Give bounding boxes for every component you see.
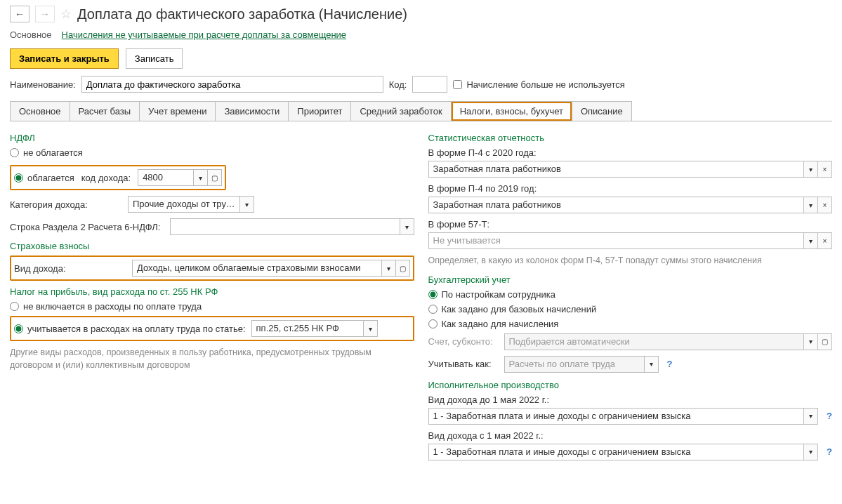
favorite-icon[interactable]: ☆ — [60, 6, 72, 22]
ndfl-taxed-group: облагается код дохода: 4800 ▾ ▢ — [10, 165, 226, 190]
income-cat-select[interactable]: Прочие доходы от трудо ▾ — [128, 196, 254, 213]
dropdown-icon[interactable]: ▾ — [400, 219, 414, 234]
insurance-kind-select[interactable]: Доходы, целиком облагаемые страховыми вз… — [132, 260, 410, 277]
save-close-button[interactable]: Записать и закрыть — [10, 48, 119, 69]
ndfl-taxed-radio[interactable] — [14, 173, 23, 183]
bu-by-emp-radio[interactable] — [428, 290, 438, 299]
stat-note: Определяет, в какую из колонок форм П-4,… — [428, 255, 833, 267]
profit-included-radio[interactable] — [14, 324, 23, 333]
tab-desc[interactable]: Описание — [572, 101, 632, 121]
dropdown-icon[interactable]: ▾ — [363, 321, 377, 336]
row6-value — [171, 219, 400, 234]
tab-avg[interactable]: Средний заработок — [350, 101, 451, 121]
profit-not-included-radio[interactable] — [10, 302, 19, 311]
tabs: Основное Расчет базы Учет времени Зависи… — [10, 101, 832, 121]
p4-2019-label: В форме П-4 по 2019 год: — [428, 183, 833, 194]
help-icon[interactable]: ? — [667, 359, 673, 369]
profit-title: Налог на прибыль, вид расхода по ст. 255… — [10, 286, 414, 297]
help-icon[interactable]: ? — [827, 446, 832, 457]
bu-by-base-label: Как задано для базовых начислений — [442, 304, 597, 314]
forward-button[interactable]: → — [35, 6, 55, 22]
row6-select[interactable]: ▾ — [170, 218, 414, 235]
tab-time[interactable]: Учет времени — [139, 101, 216, 121]
toolbar-main[interactable]: Основное — [10, 29, 52, 40]
other-expense-note: Другие виды расходов, произведенных в по… — [10, 347, 414, 371]
ndfl-title: НДФЛ — [10, 133, 414, 143]
profit-included-label: учитывается в расходах на оплату труда п… — [27, 324, 246, 334]
bu-by-base-radio[interactable] — [428, 305, 438, 314]
ndfl-taxed-label: облагается — [27, 173, 74, 183]
clear-icon[interactable]: × — [817, 161, 831, 177]
profit-article-value: пп.25, ст.255 НК РФ — [252, 321, 363, 336]
bu-by-emp-label: По настройкам сотрудника — [442, 289, 555, 300]
tab-taxes[interactable]: Налоги, взносы, бухучет — [451, 101, 572, 121]
income-cat-value: Прочие доходы от трудо — [129, 197, 239, 212]
back-button[interactable]: ← — [10, 6, 29, 22]
insurance-kind-value: Доходы, целиком облагаемые страховыми вз… — [133, 260, 381, 276]
not-used-checkbox[interactable] — [453, 80, 462, 89]
inc-before-value: 1 - Заработная плата и иные доходы с огр… — [429, 409, 804, 424]
dropdown-icon[interactable]: ▾ — [193, 170, 207, 185]
p4-2020-value: Заработная плата работников — [429, 161, 804, 177]
insurance-title: Страховые взносы — [10, 241, 414, 251]
tab-priority[interactable]: Приоритет — [288, 101, 351, 121]
toolbar-link[interactable]: Начисления не учитываемые при расчете до… — [62, 29, 347, 40]
stat-title: Статистическая отчетность — [428, 133, 833, 143]
dropdown-icon[interactable]: ▾ — [381, 260, 395, 276]
p4-2020-label: В форме П-4 с 2020 года: — [428, 147, 833, 158]
f57t-select[interactable]: Не учитывается ▾ × — [428, 232, 833, 249]
clear-icon[interactable]: × — [817, 233, 831, 248]
inc-before-select[interactable]: 1 - Заработная плата и иные доходы с огр… — [428, 408, 819, 425]
profit-article-select[interactable]: пп.25, ст.255 НК РФ ▾ — [251, 320, 378, 337]
dropdown-icon[interactable]: ▾ — [803, 409, 817, 424]
p4-2019-select[interactable]: Заработная плата работников ▾ × — [428, 197, 833, 213]
open-icon[interactable]: ▢ — [395, 260, 409, 276]
name-input[interactable] — [81, 76, 383, 93]
income-cat-label: Категория дохода: — [10, 199, 122, 210]
p4-2020-select[interactable]: Заработная плата работников ▾ × — [428, 161, 833, 178]
profit-included-group: учитывается в расходах на оплату труда п… — [10, 316, 414, 341]
acct-select: Подбирается автоматически ▾ ▢ — [504, 333, 833, 350]
dropdown-icon[interactable]: ▾ — [803, 444, 817, 460]
open-icon[interactable]: ▢ — [207, 170, 221, 185]
name-label: Наименование: — [10, 79, 76, 90]
bu-by-accrual-label: Как задано для начисления — [442, 319, 559, 329]
insurance-kind-group: Вид дохода: Доходы, целиком облагаемые с… — [10, 256, 414, 281]
save-button[interactable]: Записать — [126, 48, 183, 69]
acct-label: Счет, субконто: — [428, 336, 499, 347]
bu-title: Бухгалтерский учет — [428, 274, 833, 285]
tab-main[interactable]: Основное — [10, 101, 70, 121]
inc-after-select[interactable]: 1 - Заработная плата и иные доходы с огр… — [428, 444, 819, 460]
profit-not-included-label: не включается в расходы по оплате труда — [23, 301, 202, 312]
tab-deps[interactable]: Зависимости — [215, 101, 289, 121]
p4-2019-value: Заработная плата работников — [429, 197, 804, 213]
tab-base[interactable]: Расчет базы — [70, 101, 140, 121]
row6-label: Строка Раздела 2 Расчета 6-НДФЛ: — [10, 222, 164, 232]
treat-label: Учитывать как: — [428, 359, 499, 369]
ndfl-not-taxed-radio[interactable] — [10, 148, 19, 157]
dropdown-icon[interactable]: ▾ — [803, 161, 817, 177]
help-icon[interactable]: ? — [827, 411, 832, 421]
clear-icon[interactable]: × — [817, 197, 831, 213]
dropdown-icon: ▾ — [803, 334, 817, 350]
open-icon: ▢ — [817, 334, 831, 350]
acct-value: Подбирается автоматически — [505, 334, 804, 350]
f57t-value: Не учитывается — [429, 233, 804, 248]
inc-before-label: Вид дохода до 1 мая 2022 г.: — [428, 394, 833, 405]
dropdown-icon[interactable]: ▾ — [239, 197, 254, 212]
insurance-kind-label: Вид дохода: — [14, 263, 126, 274]
income-code-select[interactable]: 4800 ▾ ▢ — [138, 169, 222, 186]
dropdown-icon[interactable]: ▾ — [803, 197, 817, 213]
dropdown-icon: ▾ — [644, 357, 658, 372]
bu-by-accrual-radio[interactable] — [428, 319, 438, 329]
code-input[interactable] — [412, 76, 447, 93]
inc-after-label: Вид дохода с 1 мая 2022 г.: — [428, 430, 833, 441]
inc-after-value: 1 - Заработная плата и иные доходы с огр… — [429, 444, 804, 460]
treat-value: Расчеты по оплате труда — [505, 357, 644, 372]
page-title: Доплата до фактического заработка (Начис… — [77, 6, 407, 22]
exec-title: Исполнительное производство — [428, 380, 833, 390]
dropdown-icon[interactable]: ▾ — [803, 233, 817, 248]
code-label: Код: — [389, 79, 407, 90]
ndfl-not-taxed-label: не облагается — [23, 147, 83, 158]
treat-select: Расчеты по оплате труда ▾ — [504, 356, 659, 373]
